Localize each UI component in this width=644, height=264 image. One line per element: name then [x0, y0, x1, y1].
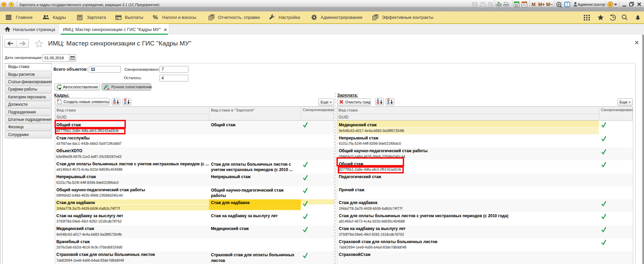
svg-text:Администратор: Администратор	[578, 2, 605, 6]
svg-text:31: 31	[523, 3, 526, 7]
svg-text:M M+ M−: M M+ M−	[532, 2, 553, 7]
